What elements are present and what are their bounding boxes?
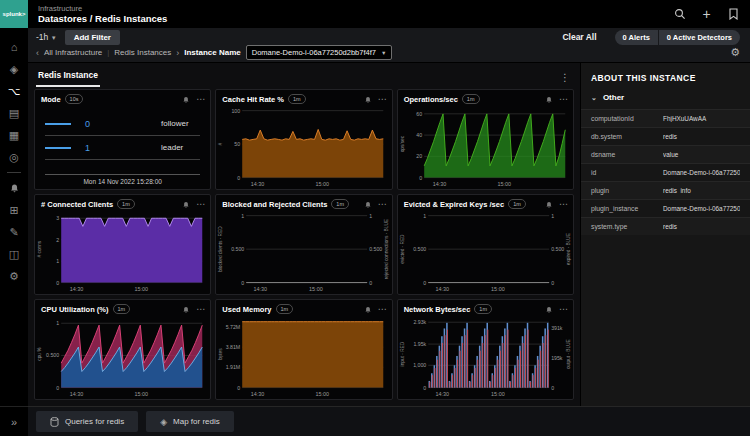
about-row-value: redis_info xyxy=(663,187,740,194)
kebab-menu-icon[interactable]: ⋮ xyxy=(560,72,570,87)
chart-card-operations-sec: Operations/sec1m⋯6040200ops/sec14:3015:0… xyxy=(397,89,574,190)
sidebar-expand-button[interactable]: » xyxy=(0,406,28,436)
breadcrumb-all-infrastructure[interactable]: All Infrastructure xyxy=(44,48,102,57)
bottom-bar: Queries for redis ◈ Map for redis xyxy=(28,406,750,436)
svg-text:100: 100 xyxy=(232,108,241,114)
svg-text:14:30: 14:30 xyxy=(254,286,268,292)
svg-text:50: 50 xyxy=(235,141,241,147)
svg-text:expired - BLUE: expired - BLUE xyxy=(566,233,571,265)
sidebar-item-home[interactable]: ⌂ xyxy=(0,36,28,58)
sidebar-item-settings[interactable]: ⚙ xyxy=(0,265,28,287)
create-icon[interactable]: + xyxy=(700,8,713,21)
svg-text:60: 60 xyxy=(416,111,422,117)
back-chevron-icon[interactable]: ‹ xyxy=(36,48,39,58)
series-swatch xyxy=(45,147,71,149)
header-eyebrow: Infrastructure xyxy=(38,4,167,13)
mode-label: leader xyxy=(161,143,183,152)
about-row-key: dsname xyxy=(591,151,663,158)
svg-text:0: 0 xyxy=(242,280,245,286)
chart-more-menu-icon[interactable]: ⋯ xyxy=(378,95,387,103)
svg-text:15:00: 15:00 xyxy=(316,391,330,397)
chart-resolution-badge: 1m xyxy=(331,199,349,209)
chart-header: Network Bytes/sec1m⋯ xyxy=(398,300,573,316)
map-button-label: Map for redis xyxy=(173,417,220,426)
chart-more-menu-icon[interactable]: ⋯ xyxy=(196,305,205,313)
instance-select-value: Domane-Demo-i-06a77250d2bb7f4f7 xyxy=(252,48,376,57)
chart-more-menu-icon[interactable]: ⋯ xyxy=(559,305,568,313)
svg-text:1: 1 xyxy=(369,213,372,219)
svg-text:14:30: 14:30 xyxy=(435,286,449,292)
chart-resolution-badge: 1m xyxy=(276,304,294,314)
svg-text:14:30: 14:30 xyxy=(432,181,446,187)
sidebar-item-apm[interactable]: ◎ xyxy=(0,146,28,168)
chart-more-menu-icon[interactable]: ⋯ xyxy=(196,200,205,208)
queries-for-redis-button[interactable]: Queries for redis xyxy=(36,411,138,432)
active-detectors-badge[interactable]: 0 Active Detectors xyxy=(658,30,740,45)
chart-plot: 5.72M3.81M1.91M0bytes14:3015:00 xyxy=(216,316,391,399)
svg-text:15:00: 15:00 xyxy=(497,181,511,187)
breadcrumb-redis-instances[interactable]: Redis Instances xyxy=(114,48,171,57)
svg-text:rejected connections - BLUE: rejected connections - BLUE xyxy=(385,219,390,279)
chart-timestamp: Mon 14 Nov 2022 15:28:00 xyxy=(45,174,200,186)
chart-header: Blocked and Rejected Clients1m⋯ xyxy=(216,195,391,211)
chart-more-menu-icon[interactable]: ⋯ xyxy=(378,200,387,208)
about-row-value: redis xyxy=(663,133,740,140)
chart-more-menu-icon[interactable]: ⋯ xyxy=(559,200,568,208)
svg-text:1: 1 xyxy=(242,213,245,219)
sidebar-item-metrics[interactable]: ✎ xyxy=(0,221,28,243)
chart-more-menu-icon[interactable]: ⋯ xyxy=(378,305,387,313)
chart-resolution-badge: 1m xyxy=(508,199,526,209)
chart-header: Operations/sec1m⋯ xyxy=(398,90,573,106)
svg-text:15:00: 15:00 xyxy=(309,286,323,292)
page-title: Datastores / Redis Instances xyxy=(38,13,167,24)
sidebar-item-detectors[interactable]: ⊞ xyxy=(0,199,28,221)
svg-text:0: 0 xyxy=(56,280,59,286)
alert-badges: 0 Alerts 0 Active Detectors xyxy=(615,30,740,45)
about-row-key: db.system xyxy=(591,133,663,140)
chart-header: Cache Hit Rate %1m⋯ xyxy=(216,90,391,106)
svg-text:195k: 195k xyxy=(551,355,563,361)
alerts-badge[interactable]: 0 Alerts xyxy=(615,30,658,45)
svg-text:15:00: 15:00 xyxy=(135,391,149,397)
mode-label: follower xyxy=(161,119,189,128)
svg-text:input - RED: input - RED xyxy=(400,341,405,366)
tab-redis-instance[interactable]: Redis Instance xyxy=(36,66,100,87)
chart-title: Network Bytes/sec xyxy=(404,305,471,314)
about-row-key: id xyxy=(591,169,663,176)
map-for-redis-button[interactable]: ◈ Map for redis xyxy=(146,411,234,432)
mode-value: 0 xyxy=(85,119,125,129)
breadcrumb-chevron-icon: › xyxy=(176,48,179,58)
svg-text:1: 1 xyxy=(56,320,59,326)
splunk-logo[interactable]: splunk> xyxy=(0,0,28,28)
time-range-picker[interactable]: -1h ▼ xyxy=(36,32,57,42)
sidebar-item-infrastructure[interactable]: ⌥ xyxy=(0,80,28,102)
chart-title: Evicted & Expired Keys /sec xyxy=(404,200,504,209)
chart-more-menu-icon[interactable]: ⋯ xyxy=(196,95,205,103)
svg-text:391k: 391k xyxy=(551,325,563,331)
svg-text:3.81M: 3.81M xyxy=(226,344,241,350)
instance-select-dropdown[interactable]: Domane-Demo-i-06a77250d2bb7f4f7 ▼ xyxy=(246,45,393,60)
about-row-value: value xyxy=(663,151,740,158)
add-filter-button[interactable]: Add Filter xyxy=(65,30,120,45)
sidebar-item-navigator[interactable]: ◈ xyxy=(0,58,28,80)
svg-text:40: 40 xyxy=(416,132,422,138)
instance-name-label: Instance Name xyxy=(184,48,240,57)
sidebar-item-charts[interactable]: ▦ xyxy=(0,124,28,146)
svg-text:output - BLUE: output - BLUE xyxy=(566,339,571,369)
chart-title: Cache Hit Rate % xyxy=(222,95,284,104)
svg-text:0: 0 xyxy=(551,385,554,391)
clear-all-button[interactable]: Clear All xyxy=(562,32,596,42)
gear-icon[interactable]: ⚙ xyxy=(730,46,740,59)
bookmark-icon[interactable] xyxy=(727,8,740,21)
sidebar-item-alerts[interactable] xyxy=(0,177,28,199)
sidebar-item-dashboards[interactable]: ▤ xyxy=(0,102,28,124)
chart-more-menu-icon[interactable]: ⋯ xyxy=(559,95,568,103)
sidebar-item-integrations[interactable]: ◫ xyxy=(0,243,28,265)
svg-text:3: 3 xyxy=(56,215,59,221)
search-icon[interactable] xyxy=(673,8,686,21)
chart-grid: Mode10s⋯0follower1leaderMon 14 Nov 2022 … xyxy=(28,87,580,406)
about-section-other[interactable]: ⌄ Other xyxy=(581,91,750,109)
about-row-value: FhjHXuUAwAA xyxy=(663,115,740,122)
svg-text:0: 0 xyxy=(423,280,426,286)
chart-plot: 2.93k1.95k1,0000391k195k0input - REDoutp… xyxy=(398,316,573,399)
